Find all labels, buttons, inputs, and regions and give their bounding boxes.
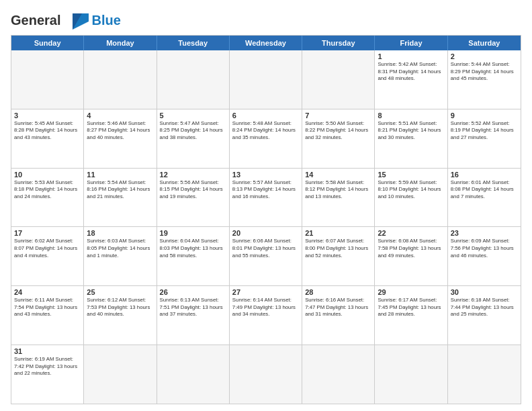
day-number: 1	[378, 52, 444, 60]
day-number: 11	[87, 171, 153, 179]
cal-cell	[448, 345, 521, 404]
day-info: Sunrise: 5:50 AM Sunset: 8:22 PM Dayligh…	[305, 120, 371, 142]
cal-cell: 21Sunrise: 6:07 AM Sunset: 8:00 PM Dayli…	[302, 227, 375, 285]
week-row-3: 17Sunrise: 6:02 AM Sunset: 8:07 PM Dayli…	[11, 226, 521, 285]
cal-cell: 5Sunrise: 5:47 AM Sunset: 8:25 PM Daylig…	[157, 109, 230, 168]
day-number: 10	[14, 171, 81, 179]
cal-cell: 30Sunrise: 6:18 AM Sunset: 7:44 PM Dayli…	[448, 286, 521, 345]
cal-cell: 24Sunrise: 6:11 AM Sunset: 7:54 PM Dayli…	[11, 286, 84, 345]
cal-cell: 27Sunrise: 6:14 AM Sunset: 7:49 PM Dayli…	[230, 286, 302, 345]
day-info: Sunrise: 6:16 AM Sunset: 7:47 PM Dayligh…	[305, 297, 371, 318]
cal-cell: 2Sunrise: 5:44 AM Sunset: 8:29 PM Daylig…	[448, 50, 521, 109]
day-number: 3	[14, 111, 81, 120]
cal-cell	[302, 50, 375, 109]
day-info: Sunrise: 6:04 AM Sunset: 8:03 PM Dayligh…	[160, 238, 226, 259]
cal-cell: 6Sunrise: 5:48 AM Sunset: 8:24 PM Daylig…	[230, 109, 302, 168]
day-info: Sunrise: 5:57 AM Sunset: 8:13 PM Dayligh…	[232, 179, 299, 201]
day-number: 5	[160, 111, 226, 120]
day-info: Sunrise: 6:19 AM Sunset: 7:42 PM Dayligh…	[14, 356, 81, 377]
day-number: 13	[232, 171, 299, 179]
cal-cell: 13Sunrise: 5:57 AM Sunset: 8:13 PM Dayli…	[230, 169, 302, 227]
day-info: Sunrise: 5:45 AM Sunset: 8:28 PM Dayligh…	[14, 120, 81, 142]
cal-cell: 8Sunrise: 5:51 AM Sunset: 8:21 PM Daylig…	[375, 109, 447, 168]
cal-cell	[157, 50, 230, 109]
day-info: Sunrise: 5:51 AM Sunset: 8:21 PM Dayligh…	[378, 120, 444, 142]
logo-general: General	[11, 13, 60, 28]
day-info: Sunrise: 6:07 AM Sunset: 8:00 PM Dayligh…	[305, 238, 371, 259]
cal-cell	[230, 50, 302, 109]
cal-cell: 9Sunrise: 5:52 AM Sunset: 8:19 PM Daylig…	[448, 109, 521, 168]
cal-cell: 1Sunrise: 5:42 AM Sunset: 8:31 PM Daylig…	[375, 50, 447, 109]
cal-cell	[84, 50, 157, 109]
week-row-0: 1Sunrise: 5:42 AM Sunset: 8:31 PM Daylig…	[11, 50, 521, 109]
logo-blue: Blue	[91, 13, 120, 28]
cal-cell: 16Sunrise: 6:01 AM Sunset: 8:08 PM Dayli…	[448, 169, 521, 227]
day-info: Sunrise: 6:13 AM Sunset: 7:51 PM Dayligh…	[160, 297, 226, 318]
day-info: Sunrise: 6:06 AM Sunset: 8:01 PM Dayligh…	[232, 238, 299, 259]
cal-cell: 23Sunrise: 6:09 AM Sunset: 7:56 PM Dayli…	[448, 227, 521, 285]
day-info: Sunrise: 5:46 AM Sunset: 8:27 PM Dayligh…	[87, 120, 153, 142]
header-day-tuesday: Tuesday	[157, 36, 230, 50]
calendar-header: SundayMondayTuesdayWednesdayThursdayFrid…	[11, 36, 521, 50]
header-day-monday: Monday	[84, 36, 157, 50]
header-day-thursday: Thursday	[302, 36, 375, 50]
day-number: 29	[378, 288, 444, 296]
day-info: Sunrise: 5:53 AM Sunset: 8:18 PM Dayligh…	[14, 179, 81, 201]
day-number: 30	[451, 288, 518, 296]
day-info: Sunrise: 5:56 AM Sunset: 8:15 PM Dayligh…	[160, 179, 226, 201]
day-number: 16	[451, 171, 518, 179]
day-info: Sunrise: 5:48 AM Sunset: 8:24 PM Dayligh…	[232, 120, 299, 142]
day-number: 21	[305, 229, 371, 237]
cal-cell	[157, 345, 230, 404]
day-number: 18	[87, 229, 153, 237]
calendar-body: 1Sunrise: 5:42 AM Sunset: 8:31 PM Daylig…	[11, 50, 521, 404]
day-number: 2	[451, 52, 518, 60]
cal-cell: 25Sunrise: 6:12 AM Sunset: 7:53 PM Dayli…	[84, 286, 157, 345]
day-number: 7	[305, 111, 371, 120]
day-info: Sunrise: 5:59 AM Sunset: 8:10 PM Dayligh…	[378, 179, 444, 201]
day-info: Sunrise: 6:12 AM Sunset: 7:53 PM Dayligh…	[87, 297, 153, 318]
cal-cell: 26Sunrise: 6:13 AM Sunset: 7:51 PM Dayli…	[157, 286, 230, 345]
cal-cell: 12Sunrise: 5:56 AM Sunset: 8:15 PM Dayli…	[157, 169, 230, 227]
day-info: Sunrise: 6:18 AM Sunset: 7:44 PM Dayligh…	[451, 297, 518, 318]
week-row-4: 24Sunrise: 6:11 AM Sunset: 7:54 PM Dayli…	[11, 285, 521, 345]
cal-cell: 31Sunrise: 6:19 AM Sunset: 7:42 PM Dayli…	[11, 345, 84, 404]
week-row-2: 10Sunrise: 5:53 AM Sunset: 8:18 PM Dayli…	[11, 168, 521, 227]
header-day-sunday: Sunday	[11, 36, 84, 50]
day-info: Sunrise: 6:02 AM Sunset: 8:07 PM Dayligh…	[14, 238, 81, 259]
day-number: 4	[87, 111, 153, 120]
cal-cell: 29Sunrise: 6:17 AM Sunset: 7:45 PM Dayli…	[375, 286, 447, 345]
page: General Blue SundayMondayTuesdayWednesda…	[0, 0, 532, 411]
day-info: Sunrise: 6:09 AM Sunset: 7:56 PM Dayligh…	[451, 238, 518, 259]
day-number: 6	[232, 111, 299, 120]
header-day-wednesday: Wednesday	[230, 36, 302, 50]
cal-cell	[302, 345, 375, 404]
cal-cell	[230, 345, 302, 404]
cal-cell: 4Sunrise: 5:46 AM Sunset: 8:27 PM Daylig…	[84, 109, 157, 168]
day-number: 26	[160, 288, 226, 296]
cal-cell: 14Sunrise: 5:58 AM Sunset: 8:12 PM Dayli…	[302, 169, 375, 227]
cal-cell: 22Sunrise: 6:08 AM Sunset: 7:58 PM Dayli…	[375, 227, 447, 285]
day-number: 8	[378, 111, 444, 120]
day-number: 19	[160, 229, 226, 237]
cal-cell	[84, 345, 157, 404]
header: General Blue	[11, 11, 521, 30]
day-number: 15	[378, 171, 444, 179]
day-info: Sunrise: 6:03 AM Sunset: 8:05 PM Dayligh…	[87, 238, 153, 259]
calendar: SundayMondayTuesdayWednesdayThursdayFrid…	[11, 35, 521, 404]
day-info: Sunrise: 5:44 AM Sunset: 8:29 PM Dayligh…	[451, 61, 518, 83]
day-number: 9	[451, 111, 518, 120]
day-number: 20	[232, 229, 299, 237]
day-info: Sunrise: 6:01 AM Sunset: 8:08 PM Dayligh…	[451, 179, 518, 201]
day-info: Sunrise: 6:14 AM Sunset: 7:49 PM Dayligh…	[232, 297, 299, 318]
day-number: 31	[14, 347, 81, 355]
cal-cell: 17Sunrise: 6:02 AM Sunset: 8:07 PM Dayli…	[11, 227, 84, 285]
day-number: 14	[305, 171, 371, 179]
cal-cell: 11Sunrise: 5:54 AM Sunset: 8:16 PM Dayli…	[84, 169, 157, 227]
day-number: 12	[160, 171, 226, 179]
day-info: Sunrise: 5:47 AM Sunset: 8:25 PM Dayligh…	[160, 120, 226, 142]
logo: General Blue	[11, 11, 121, 30]
day-info: Sunrise: 5:42 AM Sunset: 8:31 PM Dayligh…	[378, 61, 444, 83]
day-info: Sunrise: 6:17 AM Sunset: 7:45 PM Dayligh…	[378, 297, 444, 318]
week-row-5: 31Sunrise: 6:19 AM Sunset: 7:42 PM Dayli…	[11, 345, 521, 404]
